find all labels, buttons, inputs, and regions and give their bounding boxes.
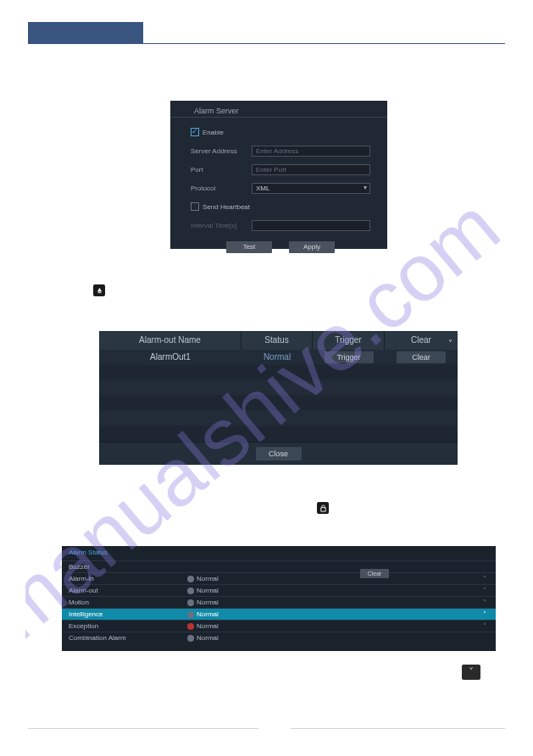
status-dot-icon [187, 611, 194, 618]
chevron-down-icon: ˅ [480, 610, 489, 618]
checkbox-empty-icon[interactable] [191, 202, 199, 211]
col-status: Status [242, 331, 313, 350]
table-footer: Close [99, 443, 458, 465]
server-address-label: Server Address [191, 147, 252, 155]
server-address-input[interactable]: Enter Address [252, 146, 370, 157]
status-dot-icon [187, 576, 194, 582]
close-button[interactable]: Close [256, 447, 302, 461]
port-input[interactable]: Enter Port [252, 164, 370, 175]
table-row [99, 380, 458, 395]
trigger-button[interactable]: Trigger [325, 351, 374, 363]
status-row-intelligence[interactable]: Intelligence Normal ˅ [62, 608, 496, 620]
table-header: Alarm-out Name Status Trigger Clear [99, 331, 458, 350]
enable-label: Enable [203, 129, 224, 136]
table-row: AlarmOut1 Normal Trigger Clear [99, 350, 458, 365]
alarm-server-panel: Alarm Server Enable Server Address Enter… [170, 101, 387, 249]
clear-button[interactable]: Clear [397, 351, 446, 363]
cell-status: Normal [242, 350, 313, 365]
cell-name: AlarmOut1 [99, 350, 242, 365]
expand-down-icon[interactable]: ˅ [462, 665, 480, 680]
col-clear[interactable]: Clear [385, 331, 458, 350]
tab-alarm-status[interactable]: Alarm Status [62, 546, 114, 559]
status-row-exception[interactable]: Exception Normal ˅ [62, 620, 496, 632]
header-accent [28, 22, 143, 44]
interval-label: Interval Time[s] [191, 222, 252, 229]
interval-input [252, 220, 370, 231]
port-label: Port [191, 166, 252, 174]
alarm-icon[interactable] [93, 284, 105, 296]
lock-icon[interactable] [317, 502, 329, 514]
status-row-alarm-in[interactable]: Alarm-in Normal ˅ [62, 572, 496, 584]
apply-button[interactable]: Apply [289, 241, 335, 253]
table-row [99, 426, 458, 441]
checkbox-checked-icon[interactable] [191, 128, 199, 136]
chevron-down-icon: ˅ [480, 575, 489, 582]
chevron-down-icon: ˅ [480, 599, 489, 606]
chevron-down-icon: ˅ [480, 587, 489, 594]
status-row-buzzer[interactable]: Buzzer [62, 560, 496, 572]
status-dot-icon [187, 623, 194, 630]
status-row-combination[interactable]: Combination Alarm Normal [62, 632, 496, 643]
table-row [99, 395, 458, 411]
table-row [99, 365, 458, 380]
status-dot-icon [187, 635, 194, 642]
protocol-select[interactable]: XML [252, 183, 370, 194]
col-trigger: Trigger [313, 331, 385, 350]
clear-button[interactable]: Clear [360, 569, 389, 578]
protocol-label: Protocol [191, 185, 252, 192]
chevron-down-icon: ˅ [480, 622, 489, 630]
status-row-motion[interactable]: Motion Normal ˅ [62, 596, 496, 608]
footer-divider [291, 728, 505, 729]
table-row [99, 411, 458, 426]
panel-title: Alarm Server [170, 101, 387, 118]
footer-divider [28, 728, 258, 729]
status-dot-icon [187, 588, 194, 594]
heartbeat-row[interactable]: Send Heartbeat [191, 201, 370, 212]
alarm-out-table: Alarm-out Name Status Trigger Clear Alar… [99, 331, 458, 465]
heartbeat-label: Send Heartbeat [203, 203, 250, 211]
col-name: Alarm-out Name [99, 331, 242, 350]
test-button[interactable]: Test [226, 241, 272, 253]
status-dot-icon [187, 599, 194, 606]
status-row-alarm-out[interactable]: Alarm-out Normal ˅ [62, 584, 496, 596]
alarm-status-panel: Alarm Status Clear Buzzer Alarm-in Norma… [62, 546, 496, 651]
enable-row[interactable]: Enable [191, 126, 370, 138]
